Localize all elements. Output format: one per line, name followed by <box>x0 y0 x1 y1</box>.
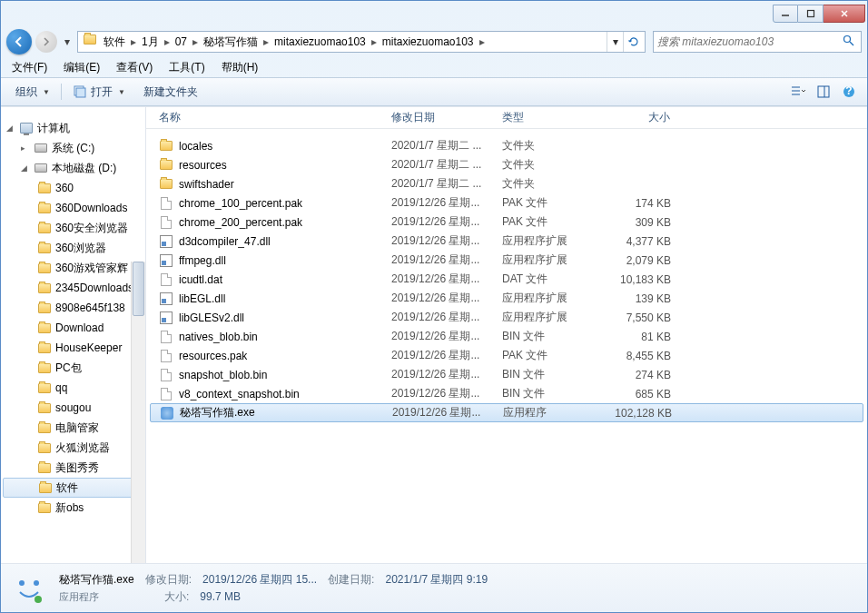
explorer-window: ▾ 软件▸1月▸07▸秘塔写作猫▸mitaxiezuomao103▸mitaxi… <box>0 0 868 613</box>
tree-computer[interactable]: ◢ 计算机 <box>1 118 145 138</box>
file-row[interactable]: icudtl.dat2019/12/26 星期...DAT 文件10,183 K… <box>146 270 867 289</box>
file-size: 2,079 KB <box>597 254 676 267</box>
file-row[interactable]: chrome_100_percent.pak2019/12/26 星期...PA… <box>146 193 867 213</box>
help-button[interactable]: ? <box>838 81 860 103</box>
chevron-right-icon[interactable]: ▸ <box>189 35 202 48</box>
expand-icon[interactable]: ◢ <box>6 124 15 133</box>
file-row[interactable]: resources2020/1/7 星期二 ...文件夹 <box>146 155 867 174</box>
preview-pane-button[interactable] <box>813 81 834 103</box>
tree-label: 8908e645f138 <box>55 302 125 314</box>
tree-label: 360 <box>55 182 74 194</box>
menu-file[interactable]: 文件(F) <box>5 58 54 77</box>
address-bar[interactable]: 软件▸1月▸07▸秘塔写作猫▸mitaxiezuomao103▸mitaxiez… <box>77 31 646 53</box>
refresh-button[interactable] <box>623 32 643 52</box>
file-name: icudtl.dat <box>179 273 222 286</box>
tree-folder-item[interactable]: 新obs <box>1 498 145 518</box>
breadcrumb-item[interactable]: 1月 <box>140 35 161 50</box>
minimize-button[interactable] <box>773 5 798 23</box>
breadcrumb-item[interactable]: 软件 <box>102 35 127 50</box>
file-type: 应用程序 <box>498 405 597 420</box>
search-box[interactable] <box>653 31 862 53</box>
file-size: 309 KB <box>597 216 676 229</box>
tree-folder-item[interactable]: 360浏览器 <box>1 238 145 258</box>
maximize-button[interactable] <box>798 5 824 23</box>
file-icon <box>159 292 173 306</box>
file-date: 2019/12/26 星期... <box>386 252 497 268</box>
column-size[interactable]: 大小 <box>597 107 676 128</box>
breadcrumb-item[interactable]: 秘塔写作猫 <box>202 35 260 50</box>
tree-drive-c[interactable]: ▸ 系统 (C:) <box>1 138 145 158</box>
tree-folder-item[interactable]: 360 <box>1 178 145 198</box>
tree-folder-item[interactable]: 360Downloads <box>1 198 145 218</box>
file-row[interactable]: natives_blob.bin2019/12/26 星期...BIN 文件81… <box>146 327 867 346</box>
history-dropdown[interactable]: ▾ <box>61 35 74 48</box>
tree-folder-item[interactable]: 电脑管家 <box>1 418 145 438</box>
menu-help[interactable]: 帮助(H) <box>214 58 266 77</box>
close-button[interactable] <box>824 5 865 23</box>
tree-folder-item[interactable]: sougou <box>1 398 145 418</box>
column-date[interactable]: 修改日期 <box>386 107 497 128</box>
organize-button[interactable]: 组织▼ <box>8 81 57 104</box>
scrollbar[interactable] <box>131 262 145 563</box>
chevron-right-icon[interactable]: ▸ <box>260 35 272 48</box>
chevron-right-icon[interactable]: ▸ <box>476 35 488 48</box>
tree-folder-item[interactable]: Download <box>1 318 145 338</box>
file-row[interactable]: d3dcompiler_47.dll2019/12/26 星期...应用程序扩展… <box>146 232 867 251</box>
breadcrumb-item[interactable]: mitaxiezuomao103 <box>380 35 476 48</box>
file-row[interactable]: snapshot_blob.bin2019/12/26 星期...BIN 文件2… <box>146 365 867 384</box>
navigation-pane[interactable]: ◢ 计算机 ▸ 系统 (C:) ◢ 本地磁盘 (D:) 360360Downlo… <box>1 107 146 563</box>
tree-folder-item[interactable]: 美图秀秀 <box>1 458 145 478</box>
file-row[interactable]: v8_context_snapshot.bin2019/12/26 星期...B… <box>146 384 867 403</box>
file-size: 685 KB <box>597 388 676 400</box>
file-date: 2020/1/7 星期二 ... <box>386 176 497 192</box>
expand-icon[interactable]: ▸ <box>21 143 30 153</box>
file-date: 2020/1/7 星期二 ... <box>386 138 497 153</box>
file-row[interactable]: locales2020/1/7 星期二 ...文件夹 <box>146 136 867 155</box>
address-dropdown[interactable]: ▾ <box>607 32 623 52</box>
tree-folder-item[interactable]: qq <box>1 378 145 398</box>
file-row[interactable]: libEGL.dll2019/12/26 星期...应用程序扩展139 KB <box>146 289 867 308</box>
breadcrumb-item[interactable]: 07 <box>173 35 189 48</box>
file-row[interactable]: swiftshader2020/1/7 星期二 ...文件夹 <box>146 174 867 193</box>
file-row[interactable]: resources.pak2019/12/26 星期...PAK 文件8,455… <box>146 346 867 365</box>
expand-icon[interactable]: ◢ <box>21 163 30 173</box>
file-rows[interactable]: locales2020/1/7 星期二 ...文件夹resources2020/… <box>146 129 867 563</box>
folder-icon <box>37 420 52 435</box>
tree-drive-d[interactable]: ◢ 本地磁盘 (D:) <box>1 158 145 178</box>
file-row[interactable]: ffmpeg.dll2019/12/26 星期...应用程序扩展2,079 KB <box>146 251 867 270</box>
breadcrumb-item[interactable]: mitaxiezuomao103 <box>272 35 368 48</box>
open-button[interactable]: 打开▼ <box>65 80 133 104</box>
file-name: 秘塔写作猫.exe <box>180 405 255 420</box>
column-type[interactable]: 类型 <box>497 107 597 128</box>
file-size: 274 KB <box>597 369 676 381</box>
forward-button[interactable] <box>35 31 57 53</box>
tree-folder-item[interactable]: PC包 <box>1 358 145 378</box>
menu-view[interactable]: 查看(V) <box>109 58 160 77</box>
tree-folder-item[interactable]: 2345Downloads <box>1 278 145 298</box>
chevron-right-icon[interactable]: ▸ <box>368 35 380 48</box>
tree-folder-item[interactable]: HouseKeeper <box>1 338 145 358</box>
file-row[interactable]: 秘塔写作猫.exe2019/12/26 星期...应用程序102,128 KB <box>150 403 863 422</box>
menu-edit[interactable]: 编辑(E) <box>56 58 107 77</box>
folder-icon <box>37 321 52 335</box>
tree-folder-item[interactable]: 软件 <box>3 478 143 498</box>
tree-folder-item[interactable]: 火狐浏览器 <box>1 438 145 458</box>
chevron-right-icon[interactable]: ▸ <box>127 35 140 48</box>
column-name[interactable]: 名称 <box>153 107 386 128</box>
newfolder-button[interactable]: 新建文件夹 <box>136 81 205 104</box>
tree-folder-item[interactable]: 8908e645f138 <box>1 298 145 318</box>
tree-folder-item[interactable]: 360游戏管家辉 <box>1 258 145 278</box>
file-size: 81 KB <box>597 331 676 343</box>
file-row[interactable]: chrome_200_percent.pak2019/12/26 星期...PA… <box>146 213 867 232</box>
svg-point-17 <box>35 596 42 603</box>
file-row[interactable]: libGLESv2.dll2019/12/26 星期...应用程序扩展7,550… <box>146 308 867 327</box>
file-name: resources.pak <box>179 350 247 362</box>
menu-tools[interactable]: 工具(T) <box>162 58 212 77</box>
scrollbar-thumb[interactable] <box>133 262 144 316</box>
chevron-right-icon[interactable]: ▸ <box>161 35 173 48</box>
view-options-button[interactable] <box>787 81 809 103</box>
tree-folder-item[interactable]: 360安全浏览器 <box>1 218 145 238</box>
search-input[interactable] <box>657 35 843 48</box>
search-icon[interactable] <box>843 35 857 49</box>
back-button[interactable] <box>6 29 32 54</box>
